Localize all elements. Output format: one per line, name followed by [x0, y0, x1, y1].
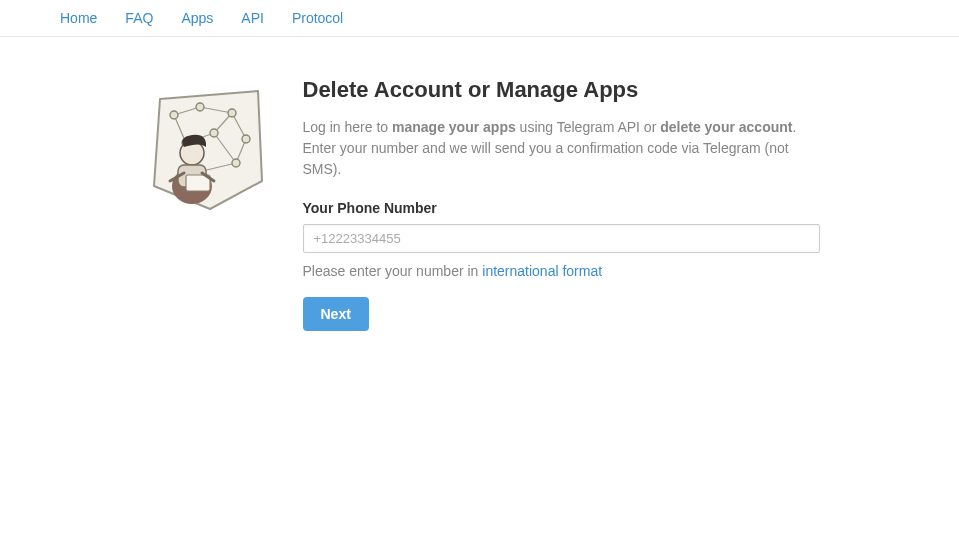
intro-prefix: Log in here to [303, 119, 393, 135]
svg-point-13 [228, 109, 236, 117]
illustration-connected-world [140, 81, 275, 216]
page-title: Delete Account or Manage Apps [303, 77, 820, 103]
international-format-link[interactable]: international format [482, 263, 602, 279]
nav-home[interactable]: Home [46, 0, 111, 36]
phone-hint: Please enter your number in internationa… [303, 263, 820, 279]
intro-bold-delete-account: delete your account [660, 119, 792, 135]
nav-api[interactable]: API [227, 0, 278, 36]
next-button[interactable]: Next [303, 297, 369, 331]
intro-text: Log in here to manage your apps using Te… [303, 117, 820, 180]
nav-protocol[interactable]: Protocol [278, 0, 357, 36]
content-pane: Delete Account or Manage Apps Log in her… [303, 77, 820, 331]
nav-faq[interactable]: FAQ [111, 0, 167, 36]
svg-point-17 [232, 159, 240, 167]
svg-point-11 [170, 111, 178, 119]
hint-prefix: Please enter your number in [303, 263, 483, 279]
phone-input[interactable] [303, 224, 820, 253]
svg-point-14 [242, 135, 250, 143]
main-container: Delete Account or Manage Apps Log in her… [130, 77, 830, 331]
svg-point-12 [196, 103, 204, 111]
phone-label: Your Phone Number [303, 200, 820, 216]
intro-bold-manage-apps: manage your apps [392, 119, 516, 135]
svg-point-16 [210, 129, 218, 137]
intro-mid: using Telegram API or [516, 119, 660, 135]
navbar: Home FAQ Apps API Protocol [0, 0, 959, 37]
nav-apps[interactable]: Apps [167, 0, 227, 36]
nav-list: Home FAQ Apps API Protocol [0, 0, 959, 36]
